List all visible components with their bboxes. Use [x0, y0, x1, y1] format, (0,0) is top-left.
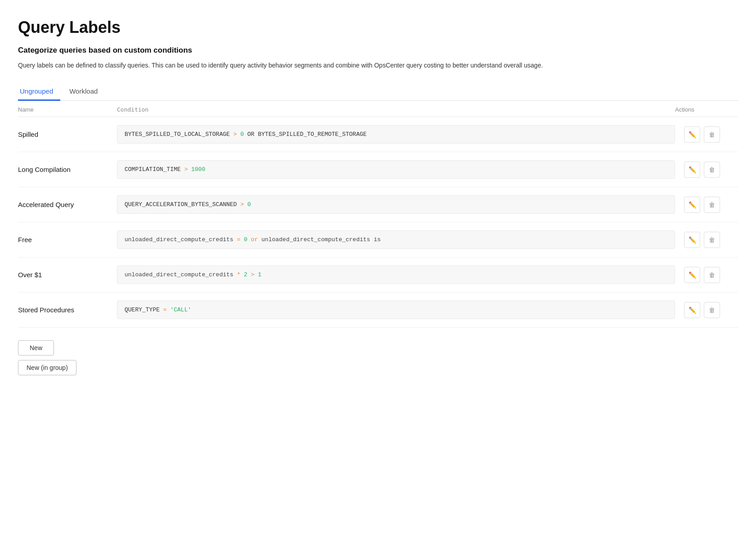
new-in-group-button[interactable]: New (in group) [18, 360, 76, 375]
tab-ungrouped[interactable]: Ungrouped [18, 83, 60, 101]
table-row: Accelerated QueryQUERY_ACCELERATION_BYTE… [18, 187, 738, 222]
row-name-5: Stored Procedures [18, 306, 117, 314]
actions-cell-5: ✏️🗑 [675, 302, 738, 318]
condition-box-2: QUERY_ACCELERATION_BYTES_SCANNED > 0 [117, 195, 675, 214]
table-header: Name Condition Actions [18, 101, 738, 117]
actions-cell-4: ✏️🗑 [675, 267, 738, 283]
delete-icon: 🗑 [709, 236, 715, 243]
delete-icon: 🗑 [709, 166, 715, 173]
row-name-4: Over $1 [18, 271, 117, 279]
table-row: Stored ProceduresQUERY_TYPE = 'CALL'✏️🗑 [18, 292, 738, 328]
edit-icon: ✏️ [689, 271, 696, 279]
edit-button-2[interactable]: ✏️ [684, 197, 700, 213]
actions-cell-2: ✏️🗑 [675, 197, 738, 213]
delete-button-2[interactable]: 🗑 [704, 197, 720, 213]
delete-icon: 🗑 [709, 201, 715, 208]
condition-box-4: unloaded_direct_compute_credits * 2 > 1 [117, 266, 675, 284]
header-condition: Condition [117, 106, 675, 113]
edit-button-3[interactable]: ✏️ [684, 232, 700, 248]
page-title: Query Labels [18, 18, 738, 37]
condition-box-3: unloaded_direct_compute_credits = 0 or u… [117, 230, 675, 249]
edit-button-4[interactable]: ✏️ [684, 267, 700, 283]
delete-button-1[interactable]: 🗑 [704, 162, 720, 178]
tab-workload[interactable]: Workload [67, 83, 105, 101]
query-labels-table: Name Condition Actions SpilledBYTES_SPIL… [18, 101, 738, 328]
row-name-2: Accelerated Query [18, 201, 117, 208]
header-name: Name [18, 106, 117, 113]
edit-icon: ✏️ [689, 166, 696, 173]
edit-icon: ✏️ [689, 236, 696, 243]
condition-box-1: COMPILATION_TIME > 1000 [117, 160, 675, 179]
delete-button-5[interactable]: 🗑 [704, 302, 720, 318]
table-row: SpilledBYTES_SPILLED_TO_LOCAL_STORAGE > … [18, 117, 738, 152]
edit-button-1[interactable]: ✏️ [684, 162, 700, 178]
row-name-0: Spilled [18, 130, 117, 138]
condition-box-5: QUERY_TYPE = 'CALL' [117, 301, 675, 319]
delete-icon: 🗑 [709, 271, 715, 279]
actions-cell-0: ✏️🗑 [675, 126, 738, 143]
delete-icon: 🗑 [709, 306, 715, 314]
delete-icon: 🗑 [709, 131, 715, 138]
edit-button-5[interactable]: ✏️ [684, 302, 700, 318]
new-button[interactable]: New [18, 340, 54, 356]
header-actions: Actions [675, 106, 738, 113]
delete-button-4[interactable]: 🗑 [704, 267, 720, 283]
delete-button-0[interactable]: 🗑 [704, 126, 720, 143]
page-description: Query labels can be defined to classify … [18, 60, 558, 70]
edit-icon: ✏️ [689, 201, 696, 208]
edit-icon: ✏️ [689, 131, 696, 138]
edit-icon: ✏️ [689, 306, 696, 314]
actions-cell-1: ✏️🗑 [675, 162, 738, 178]
section-subtitle: Categorize queries based on custom condi… [18, 46, 738, 55]
tabs-container: Ungrouped Workload [18, 83, 738, 101]
row-name-1: Long Compilation [18, 166, 117, 173]
table-row: Freeunloaded_direct_compute_credits = 0 … [18, 222, 738, 257]
condition-box-0: BYTES_SPILLED_TO_LOCAL_STORAGE > 0 OR BY… [117, 125, 675, 144]
table-row: Long CompilationCOMPILATION_TIME > 1000✏… [18, 152, 738, 187]
edit-button-0[interactable]: ✏️ [684, 126, 700, 143]
delete-button-3[interactable]: 🗑 [704, 232, 720, 248]
action-buttons: New New (in group) [18, 340, 738, 375]
actions-cell-3: ✏️🗑 [675, 232, 738, 248]
row-name-3: Free [18, 236, 117, 243]
table-row: Over $1unloaded_direct_compute_credits *… [18, 257, 738, 292]
